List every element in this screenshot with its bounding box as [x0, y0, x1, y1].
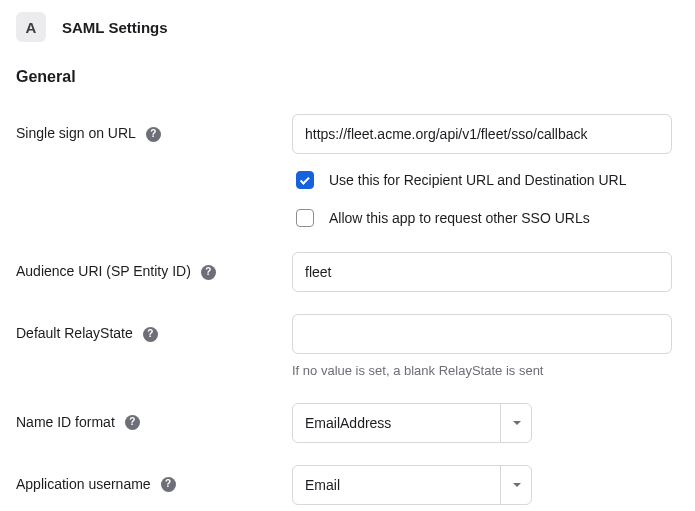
app-username-select[interactable]: [292, 465, 532, 505]
help-icon[interactable]: ?: [146, 127, 161, 142]
row-app-username: Application username ?: [16, 465, 679, 505]
label-text: Application username: [16, 475, 151, 495]
page-title: SAML Settings: [62, 17, 168, 38]
row-sso-url: Single sign on URL ? Use this for Recipi…: [16, 114, 679, 230]
field-relay-state: If no value is set, a blank RelayState i…: [292, 314, 679, 380]
label-text: Name ID format: [16, 413, 115, 433]
row-cb-use-for-recipient: Use this for Recipient URL and Destinati…: [292, 168, 679, 192]
row-relay-state: Default RelayState ? If no value is set,…: [16, 314, 679, 380]
app-username-value[interactable]: [292, 465, 532, 505]
allow-other-sso-checkbox[interactable]: [296, 209, 314, 227]
field-audience-uri: [292, 252, 679, 292]
label-audience-uri: Audience URI (SP Entity ID) ?: [16, 252, 276, 282]
use-for-recipient-label: Use this for Recipient URL and Destinati…: [329, 171, 627, 191]
allow-other-sso-label: Allow this app to request other SSO URLs: [329, 209, 590, 229]
audience-uri-input[interactable]: [292, 252, 672, 292]
name-id-format-select[interactable]: [292, 403, 532, 443]
label-text: Audience URI (SP Entity ID): [16, 262, 191, 282]
label-sso-url: Single sign on URL ?: [16, 114, 276, 144]
help-icon[interactable]: ?: [125, 415, 140, 430]
section-title-general: General: [16, 66, 679, 88]
row-cb-allow-other-sso: Allow this app to request other SSO URLs: [292, 206, 679, 230]
label-app-username: Application username ?: [16, 465, 276, 495]
help-icon[interactable]: ?: [161, 477, 176, 492]
help-icon[interactable]: ?: [143, 327, 158, 342]
row-name-id-format: Name ID format ?: [16, 403, 679, 443]
app-avatar-tile: A: [16, 12, 46, 42]
label-text: Default RelayState: [16, 324, 133, 344]
relay-state-hint: If no value is set, a blank RelayState i…: [292, 362, 679, 380]
relay-state-input[interactable]: [292, 314, 672, 354]
field-app-username: [292, 465, 679, 505]
name-id-format-value[interactable]: [292, 403, 532, 443]
sso-url-input[interactable]: [292, 114, 672, 154]
page-header: A SAML Settings: [16, 12, 679, 42]
field-sso-url: Use this for Recipient URL and Destinati…: [292, 114, 679, 230]
field-name-id-format: [292, 403, 679, 443]
help-icon[interactable]: ?: [201, 265, 216, 280]
label-name-id-format: Name ID format ?: [16, 403, 276, 433]
row-audience-uri: Audience URI (SP Entity ID) ?: [16, 252, 679, 292]
label-relay-state: Default RelayState ?: [16, 314, 276, 344]
label-text: Single sign on URL: [16, 124, 136, 144]
use-for-recipient-checkbox[interactable]: [296, 171, 314, 189]
